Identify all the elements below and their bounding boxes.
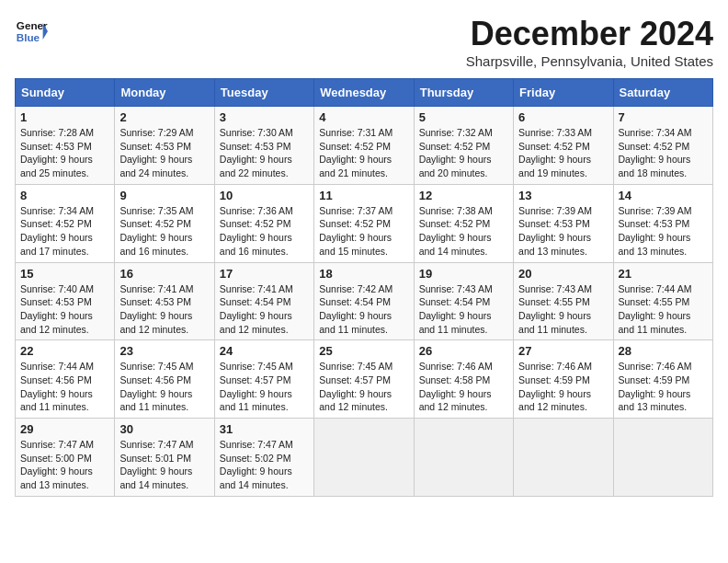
calendar-cell: 7Sunrise: 7:34 AMSunset: 4:52 PMDaylight… (613, 107, 712, 185)
week-row-1: 1Sunrise: 7:28 AMSunset: 4:53 PMDaylight… (16, 107, 713, 185)
calendar-cell (314, 419, 414, 497)
day-number: 6 (518, 110, 608, 124)
cell-content: Sunrise: 7:44 AMSunset: 4:55 PMDaylight:… (619, 282, 708, 337)
cell-content: Sunrise: 7:39 AMSunset: 4:53 PMDaylight:… (619, 204, 708, 259)
location-title: Sharpsville, Pennsylvania, United States (466, 53, 713, 69)
day-number: 5 (419, 110, 508, 124)
calendar-table: SundayMondayTuesdayWednesdayThursdayFrid… (15, 78, 713, 497)
calendar-cell: 19Sunrise: 7:43 AMSunset: 4:54 PMDayligh… (414, 262, 513, 340)
calendar-cell: 26Sunrise: 7:46 AMSunset: 4:58 PMDayligh… (414, 340, 513, 419)
col-header-saturday: Saturday (613, 79, 712, 107)
day-number: 30 (119, 422, 209, 436)
header: General Blue December 2024 Sharpsville, … (15, 15, 713, 69)
day-number: 4 (319, 110, 408, 124)
cell-content: Sunrise: 7:41 AMSunset: 4:54 PMDaylight:… (220, 282, 309, 337)
cell-content: Sunrise: 7:39 AMSunset: 4:53 PMDaylight:… (518, 204, 608, 259)
calendar-cell: 21Sunrise: 7:44 AMSunset: 4:55 PMDayligh… (613, 262, 712, 340)
day-number: 22 (20, 344, 109, 358)
col-header-friday: Friday (514, 79, 613, 107)
cell-content: Sunrise: 7:43 AMSunset: 4:54 PMDaylight:… (419, 282, 508, 337)
calendar-cell: 2Sunrise: 7:29 AMSunset: 4:53 PMDaylight… (115, 107, 214, 185)
cell-content: Sunrise: 7:35 AMSunset: 4:52 PMDaylight:… (119, 204, 209, 259)
cell-content: Sunrise: 7:42 AMSunset: 4:54 PMDaylight:… (319, 282, 408, 337)
cell-content: Sunrise: 7:44 AMSunset: 4:56 PMDaylight:… (20, 360, 109, 414)
calendar-cell: 24Sunrise: 7:45 AMSunset: 4:57 PMDayligh… (214, 340, 313, 419)
calendar-cell: 23Sunrise: 7:45 AMSunset: 4:56 PMDayligh… (115, 340, 214, 419)
cell-content: Sunrise: 7:30 AMSunset: 4:53 PMDaylight:… (220, 126, 309, 180)
calendar-cell: 17Sunrise: 7:41 AMSunset: 4:54 PMDayligh… (214, 262, 313, 340)
day-number: 1 (20, 110, 109, 124)
cell-content: Sunrise: 7:33 AMSunset: 4:52 PMDaylight:… (518, 126, 608, 180)
day-number: 27 (518, 344, 608, 358)
cell-content: Sunrise: 7:46 AMSunset: 4:59 PMDaylight:… (518, 360, 608, 414)
logo: General Blue (15, 15, 48, 48)
day-number: 7 (619, 110, 708, 124)
calendar-cell: 27Sunrise: 7:46 AMSunset: 4:59 PMDayligh… (514, 340, 613, 419)
cell-content: Sunrise: 7:47 AMSunset: 5:02 PMDaylight:… (220, 438, 309, 492)
cell-content: Sunrise: 7:28 AMSunset: 4:53 PMDaylight:… (20, 126, 109, 180)
calendar-cell: 12Sunrise: 7:38 AMSunset: 4:52 PMDayligh… (414, 184, 513, 262)
calendar-cell: 4Sunrise: 7:31 AMSunset: 4:52 PMDaylight… (314, 107, 414, 185)
week-row-3: 15Sunrise: 7:40 AMSunset: 4:53 PMDayligh… (16, 262, 713, 340)
calendar-cell: 3Sunrise: 7:30 AMSunset: 4:53 PMDaylight… (214, 107, 313, 185)
day-number: 10 (220, 189, 309, 202)
day-number: 23 (119, 344, 209, 358)
calendar-cell: 14Sunrise: 7:39 AMSunset: 4:53 PMDayligh… (613, 184, 712, 262)
day-number: 24 (220, 344, 309, 358)
svg-text:Blue: Blue (17, 31, 40, 43)
col-header-tuesday: Tuesday (214, 79, 313, 107)
col-header-sunday: Sunday (16, 79, 115, 107)
calendar-cell: 18Sunrise: 7:42 AMSunset: 4:54 PMDayligh… (314, 262, 414, 340)
calendar-cell: 5Sunrise: 7:32 AMSunset: 4:52 PMDaylight… (414, 107, 513, 185)
day-number: 17 (220, 267, 309, 281)
cell-content: Sunrise: 7:34 AMSunset: 4:52 PMDaylight:… (20, 204, 109, 259)
calendar-cell: 10Sunrise: 7:36 AMSunset: 4:52 PMDayligh… (214, 184, 313, 262)
day-number: 14 (619, 189, 708, 202)
cell-content: Sunrise: 7:29 AMSunset: 4:53 PMDaylight:… (119, 126, 209, 180)
cell-content: Sunrise: 7:38 AMSunset: 4:52 PMDaylight:… (419, 204, 508, 259)
cell-content: Sunrise: 7:47 AMSunset: 5:01 PMDaylight:… (119, 438, 209, 492)
day-number: 28 (619, 344, 708, 358)
cell-content: Sunrise: 7:45 AMSunset: 4:57 PMDaylight:… (220, 360, 309, 414)
day-number: 11 (319, 189, 408, 202)
calendar-cell: 9Sunrise: 7:35 AMSunset: 4:52 PMDaylight… (115, 184, 214, 262)
day-number: 12 (419, 189, 508, 202)
calendar-cell: 11Sunrise: 7:37 AMSunset: 4:52 PMDayligh… (314, 184, 414, 262)
week-row-5: 29Sunrise: 7:47 AMSunset: 5:00 PMDayligh… (16, 419, 713, 497)
day-number: 2 (119, 110, 209, 124)
calendar-cell (414, 419, 513, 497)
day-number: 31 (220, 422, 309, 436)
calendar-cell: 29Sunrise: 7:47 AMSunset: 5:00 PMDayligh… (16, 419, 115, 497)
cell-content: Sunrise: 7:40 AMSunset: 4:53 PMDaylight:… (20, 282, 109, 337)
cell-content: Sunrise: 7:36 AMSunset: 4:52 PMDaylight:… (220, 204, 309, 259)
calendar-cell (514, 419, 613, 497)
day-number: 16 (119, 267, 209, 281)
calendar-cell: 28Sunrise: 7:46 AMSunset: 4:59 PMDayligh… (613, 340, 712, 419)
calendar-cell: 25Sunrise: 7:45 AMSunset: 4:57 PMDayligh… (314, 340, 414, 419)
day-number: 3 (220, 110, 309, 124)
logo-icon: General Blue (15, 15, 48, 48)
day-number: 8 (20, 189, 109, 202)
week-row-4: 22Sunrise: 7:44 AMSunset: 4:56 PMDayligh… (16, 340, 713, 419)
cell-content: Sunrise: 7:45 AMSunset: 4:57 PMDaylight:… (319, 360, 408, 414)
col-header-wednesday: Wednesday (314, 79, 414, 107)
cell-content: Sunrise: 7:31 AMSunset: 4:52 PMDaylight:… (319, 126, 408, 180)
cell-content: Sunrise: 7:46 AMSunset: 4:59 PMDaylight:… (619, 360, 708, 414)
cell-content: Sunrise: 7:45 AMSunset: 4:56 PMDaylight:… (119, 360, 209, 414)
calendar-cell (613, 419, 712, 497)
calendar-cell: 22Sunrise: 7:44 AMSunset: 4:56 PMDayligh… (16, 340, 115, 419)
cell-content: Sunrise: 7:46 AMSunset: 4:58 PMDaylight:… (419, 360, 508, 414)
cell-content: Sunrise: 7:47 AMSunset: 5:00 PMDaylight:… (20, 438, 109, 492)
cell-content: Sunrise: 7:43 AMSunset: 4:55 PMDaylight:… (518, 282, 608, 337)
calendar-cell: 8Sunrise: 7:34 AMSunset: 4:52 PMDaylight… (16, 184, 115, 262)
month-title: December 2024 (466, 15, 713, 53)
day-number: 9 (119, 189, 209, 202)
cell-content: Sunrise: 7:34 AMSunset: 4:52 PMDaylight:… (619, 126, 708, 180)
calendar-cell: 1Sunrise: 7:28 AMSunset: 4:53 PMDaylight… (16, 107, 115, 185)
calendar-cell: 6Sunrise: 7:33 AMSunset: 4:52 PMDaylight… (514, 107, 613, 185)
cell-content: Sunrise: 7:37 AMSunset: 4:52 PMDaylight:… (319, 204, 408, 259)
calendar-cell: 30Sunrise: 7:47 AMSunset: 5:01 PMDayligh… (115, 419, 214, 497)
calendar-cell: 20Sunrise: 7:43 AMSunset: 4:55 PMDayligh… (514, 262, 613, 340)
day-number: 13 (518, 189, 608, 202)
day-number: 29 (20, 422, 109, 436)
